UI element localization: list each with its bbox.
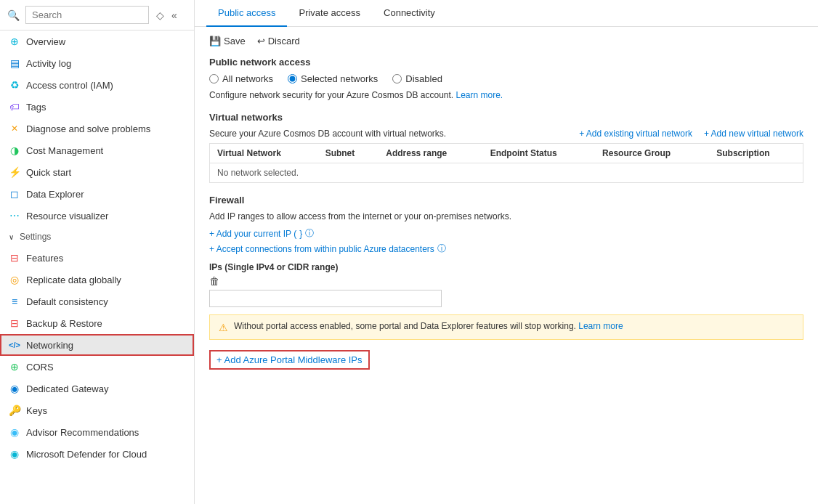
advisor-icon: ◉ (9, 426, 20, 438)
sidebar-item-activity-log[interactable]: ▤ Activity log (0, 52, 194, 74)
warning-box: ⚠ Without portal access enabled, some po… (209, 314, 803, 340)
empty-row: No network selected. (210, 163, 803, 183)
collapse-icon-btn[interactable]: « (170, 8, 179, 23)
quick-start-icon: ⚡ (9, 166, 20, 178)
add-portal-middleware-button[interactable]: + Add Azure Portal Middleware IPs (209, 350, 370, 370)
sidebar-item-tags[interactable]: 🏷 Tags (0, 96, 194, 118)
ip-input-row: 🗑 (209, 275, 803, 287)
sidebar-item-label: Resource visualizer (26, 211, 108, 221)
sidebar-item-label: Tags (26, 102, 46, 113)
info-circle-icon-2: ⓘ (437, 243, 446, 255)
toolbar: 💾 Save ↩ Discard (209, 36, 803, 46)
col-subnet: Subnet (318, 144, 379, 163)
tags-icon: 🏷 (9, 101, 20, 113)
search-icons: ◇ « (155, 8, 179, 23)
selected-networks-label: Selected networks (301, 73, 378, 84)
sidebar-item-networking[interactable]: </> Networking (0, 334, 194, 356)
sidebar-item-backup-restore[interactable]: ⊟ Backup & Restore (0, 312, 194, 334)
sidebar-item-diagnose[interactable]: ✕ Diagnose and solve problems (0, 118, 194, 139)
networking-icon: </> (9, 339, 20, 351)
chevron-down-icon: ∨ (9, 233, 14, 241)
sidebar-item-overview[interactable]: ⊕ Overview (0, 31, 194, 52)
sidebar-item-microsoft-defender[interactable]: ◉ Microsoft Defender for Cloud (0, 443, 194, 465)
add-existing-vnet-button[interactable]: + Add existing virtual network (579, 129, 692, 139)
tab-content: 💾 Save ↩ Discard Public network access A… (195, 27, 818, 378)
sidebar-item-label: Keys (26, 405, 47, 416)
main-content: Public access Private access Connectivit… (195, 0, 818, 504)
sidebar-item-cors[interactable]: ⊕ CORS (0, 356, 194, 378)
sidebar-item-label: Access control (IAM) (26, 80, 113, 91)
vnet-table: Virtual Network Subnet Address range End… (210, 144, 803, 182)
search-icon: 🔍 (7, 9, 20, 21)
keys-icon: 🔑 (9, 405, 20, 416)
save-label: Save (224, 36, 246, 46)
sidebar-item-advisor-recommendations[interactable]: ◉ Advisor Recommendations (0, 421, 194, 443)
no-network-message: No network selected. (210, 163, 803, 183)
sidebar-item-default-consistency[interactable]: ≡ Default consistency (0, 290, 194, 312)
tab-connectivity[interactable]: Connectivity (372, 0, 447, 27)
sidebar-item-label: Activity log (26, 58, 71, 69)
learn-more-link[interactable]: Learn more. (455, 90, 503, 100)
defender-icon: ◉ (9, 448, 20, 460)
ip-field-label: IPs (Single IPv4 or CIDR range) (209, 262, 803, 272)
tab-public-access[interactable]: Public access (206, 0, 287, 27)
data-explorer-icon: ◻ (9, 188, 20, 200)
sidebar-item-label: Advisor Recommendations (26, 427, 139, 438)
sidebar-item-label: Cost Management (26, 145, 103, 156)
sidebar-item-quick-start[interactable]: ⚡ Quick start (0, 161, 194, 183)
settings-section-label: Settings (20, 232, 51, 242)
diamond-icon-btn[interactable]: ◇ (155, 8, 166, 23)
add-current-ip-button[interactable]: + Add your current IP ( } ⓘ (209, 227, 314, 240)
cost-management-icon: ◑ (9, 145, 20, 156)
selected-networks-radio[interactable]: Selected networks (288, 73, 378, 84)
table-header-row: Virtual Network Subnet Address range End… (210, 144, 803, 163)
sidebar-item-cost-management[interactable]: ◑ Cost Management (0, 139, 194, 161)
ip-input[interactable] (209, 290, 442, 307)
settings-section-header[interactable]: ∨ Settings (0, 227, 194, 247)
firewall-label: Firewall (209, 195, 803, 206)
add-new-vnet-button[interactable]: + Add new virtual network (704, 129, 803, 139)
save-button[interactable]: 💾 Save (209, 36, 246, 46)
disabled-label: Disabled (405, 73, 442, 84)
discard-label: Discard (268, 36, 300, 46)
search-input[interactable] (25, 6, 149, 24)
col-endpoint-status: Endpoint Status (483, 144, 595, 163)
public-network-access-label: Public network access (209, 57, 803, 68)
col-subscription: Subscription (709, 144, 803, 163)
add-connections-button[interactable]: + Accept connections from within public … (209, 243, 446, 255)
info-text-content: Configure network security for your Azur… (209, 90, 453, 100)
overview-icon: ⊕ (9, 36, 20, 47)
sidebar-item-label: Dedicated Gateway (26, 383, 108, 394)
col-address-range: Address range (378, 144, 482, 163)
all-networks-label: All networks (222, 73, 273, 84)
sidebar-item-features[interactable]: ⊟ Features (0, 247, 194, 269)
sidebar-item-replicate-data[interactable]: ◎ Replicate data globally (0, 269, 194, 290)
sidebar: 🔍 ◇ « ⊕ Overview ▤ Activity log ♻ Access… (0, 0, 195, 504)
add-connections-text: + Accept connections from within public … (209, 244, 434, 254)
sidebar-item-label: Quick start (26, 167, 71, 178)
info-circle-icon: ⓘ (305, 227, 314, 240)
sidebar-item-dedicated-gateway[interactable]: ◉ Dedicated Gateway (0, 378, 194, 399)
discard-button[interactable]: ↩ Discard (257, 36, 300, 46)
delete-ip-button[interactable]: 🗑 (209, 275, 219, 287)
sidebar-item-access-control[interactable]: ♻ Access control (IAM) (0, 74, 194, 96)
warning-icon: ⚠ (219, 322, 228, 333)
sidebar-item-keys[interactable]: 🔑 Keys (0, 399, 194, 421)
backup-restore-icon: ⊟ (9, 317, 20, 329)
disabled-radio[interactable]: Disabled (392, 73, 442, 84)
sidebar-item-resource-visualizer[interactable]: ⋯ Resource visualizer (0, 205, 194, 227)
sidebar-item-data-explorer[interactable]: ◻ Data Explorer (0, 183, 194, 205)
vnet-desc-row: Secure your Azure Cosmos DB account with… (209, 129, 803, 139)
sidebar-item-label: Diagnose and solve problems (26, 123, 150, 134)
tab-private-access[interactable]: Private access (287, 0, 372, 27)
sidebar-item-label: Replicate data globally (26, 275, 121, 285)
warning-learn-more-link[interactable]: Learn more (578, 321, 623, 331)
sidebar-item-label: Backup & Restore (26, 318, 102, 329)
vnet-actions: + Add existing virtual network + Add new… (579, 129, 803, 139)
network-access-radio-group: All networks Selected networks Disabled (209, 73, 803, 84)
diagnose-icon: ✕ (9, 123, 20, 134)
firewall-section: Firewall Add IP ranges to allow access f… (209, 195, 803, 307)
replicate-data-icon: ◎ (9, 274, 20, 285)
all-networks-radio[interactable]: All networks (209, 73, 273, 84)
virtual-networks-description: Secure your Azure Cosmos DB account with… (209, 129, 446, 139)
